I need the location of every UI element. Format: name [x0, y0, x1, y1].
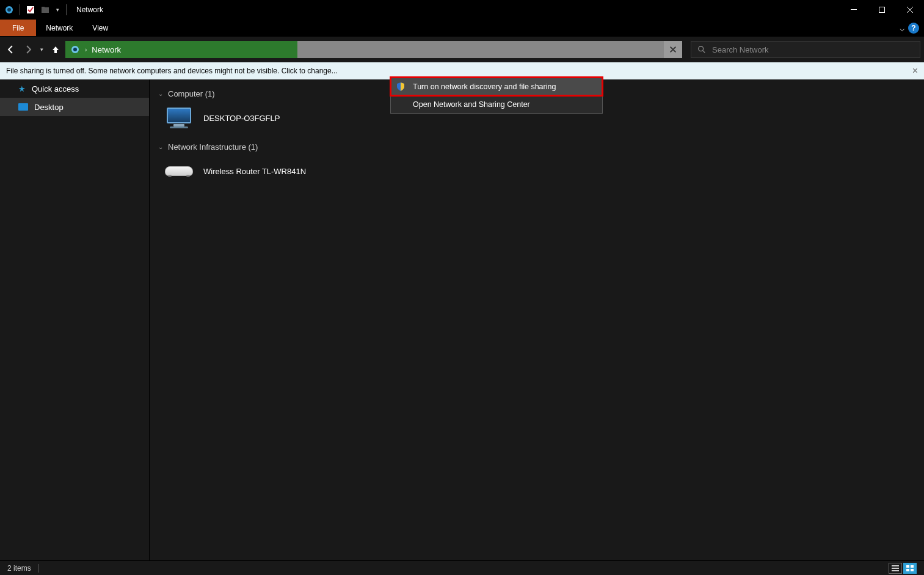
ribbon: File Network View ⌵ ? [0, 20, 924, 37]
up-button[interactable] [48, 42, 63, 57]
details-view-button[interactable] [889, 563, 902, 574]
sidebar-item-label: Desktop [34, 103, 64, 112]
content-area: ⌄ Computer (1) DESKTOP-O3FGFLP ⌄ Network… [150, 79, 924, 560]
svg-rect-15 [911, 565, 914, 568]
tab-file[interactable]: File [0, 20, 36, 36]
svg-rect-11 [892, 565, 899, 566]
svg-rect-14 [906, 565, 909, 568]
statusbar: 2 items [0, 560, 924, 575]
titlebar-left: ▾ Network [0, 4, 103, 15]
svg-rect-4 [42, 7, 45, 8]
infobar-close-icon[interactable]: × [912, 65, 918, 76]
menu-item-open-sharing-center[interactable]: Open Network and Sharing Center [391, 95, 602, 113]
qat-newfolder-icon[interactable] [40, 4, 51, 15]
chevron-down-icon: ⌄ [158, 144, 163, 150]
qat-properties-icon[interactable] [25, 4, 36, 15]
network-icon [70, 45, 80, 54]
group-header-infrastructure[interactable]: ⌄ Network Infrastructure (1) [156, 139, 918, 155]
help-icon[interactable]: ? [908, 23, 919, 34]
infobar-message: File sharing is turned off. Some network… [6, 67, 338, 75]
sidebar: ★ Quick access Desktop [0, 79, 150, 560]
star-icon: ★ [18, 84, 26, 93]
titlebar: ▾ Network [0, 0, 924, 20]
refresh-button[interactable] [664, 41, 682, 58]
sidebar-item-label: Quick access [32, 84, 79, 93]
window-title: Network [76, 5, 103, 14]
search-input[interactable]: Search Network [691, 41, 920, 58]
address-segment: › Network [65, 41, 297, 58]
chevron-right-icon[interactable]: › [85, 46, 87, 53]
ribbon-right: ⌵ ? [900, 20, 924, 36]
svg-rect-17 [911, 569, 914, 571]
ribbon-collapse-icon[interactable]: ⌵ [900, 23, 904, 33]
window-controls [840, 0, 924, 20]
divider [20, 4, 20, 15]
svg-rect-13 [892, 570, 899, 571]
svg-rect-16 [906, 569, 909, 571]
list-item-router[interactable]: Wireless Router TL-WR841N [156, 155, 918, 187]
icons-view-button[interactable] [903, 563, 917, 574]
menu-item-turn-on-sharing[interactable]: Turn on network discovery and file shari… [391, 78, 602, 95]
svg-point-9 [699, 46, 704, 51]
app-icon [4, 4, 15, 15]
sidebar-item-quick-access[interactable]: ★ Quick access [0, 79, 149, 98]
sidebar-item-desktop[interactable]: Desktop [0, 98, 149, 116]
navbar: ▾ › Network Search Network [0, 37, 924, 62]
maximize-button[interactable] [868, 0, 896, 20]
item-label: DESKTOP-O3FGFLP [203, 114, 280, 123]
shield-icon [396, 82, 406, 92]
svg-line-10 [703, 51, 705, 53]
tab-view[interactable]: View [82, 20, 118, 36]
close-button[interactable] [896, 0, 924, 20]
svg-rect-6 [879, 7, 885, 13]
svg-point-1 [7, 8, 11, 12]
recent-locations-icon[interactable]: ▾ [38, 46, 46, 53]
view-toggles [889, 563, 917, 574]
svg-rect-12 [892, 568, 899, 569]
divider [38, 564, 39, 573]
minimize-button[interactable] [840, 0, 868, 20]
status-item-count: 2 items [7, 564, 31, 573]
tab-network[interactable]: Network [36, 20, 82, 36]
search-icon [697, 45, 706, 54]
item-label: Wireless Router TL-WR841N [203, 167, 306, 176]
group-label: Computer (1) [168, 89, 215, 98]
menu-item-label: Turn on network discovery and file shari… [413, 82, 556, 91]
router-icon [164, 159, 194, 183]
menu-item-label: Open Network and Sharing Center [413, 100, 530, 109]
svg-point-8 [73, 48, 77, 51]
status-left: 2 items [7, 564, 39, 573]
svg-rect-3 [42, 7, 49, 13]
forward-button[interactable] [21, 42, 35, 57]
qat-dropdown-icon[interactable]: ▾ [54, 7, 61, 13]
address-bar[interactable]: › Network [65, 41, 682, 58]
ribbon-tabs: File Network View [0, 20, 118, 36]
context-menu: Turn on network discovery and file shari… [390, 77, 603, 114]
chevron-down-icon: ⌄ [158, 90, 163, 97]
desktop-icon [18, 103, 28, 111]
back-button[interactable] [4, 42, 18, 57]
address-crumb[interactable]: Network [92, 45, 121, 54]
divider [66, 4, 67, 15]
svg-rect-5 [851, 9, 857, 10]
body: ★ Quick access Desktop ⌄ Computer (1) DE… [0, 79, 924, 560]
computer-icon [164, 106, 194, 130]
group-label: Network Infrastructure (1) [168, 142, 258, 152]
search-placeholder: Search Network [712, 45, 768, 54]
